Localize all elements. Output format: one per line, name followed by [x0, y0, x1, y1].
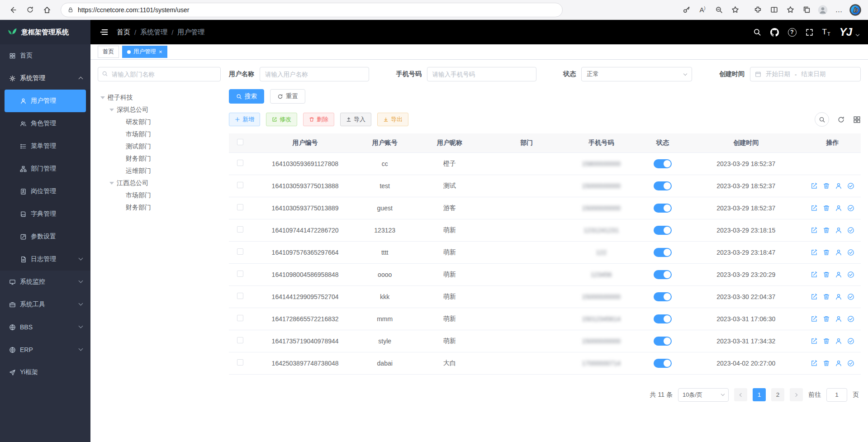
sidebar-item-home[interactable]: 首页 — [0, 44, 90, 67]
browser-back-button[interactable] — [5, 3, 20, 17]
reset-password-icon[interactable] — [835, 293, 842, 300]
tree-node[interactable]: 市场部门 — [98, 189, 221, 201]
sidebar-item-role-mgmt[interactable]: 角色管理 — [0, 112, 90, 135]
sidebar-item-log-mgmt[interactable]: 日志管理 — [0, 248, 90, 271]
row-checkbox[interactable] — [237, 293, 243, 299]
status-toggle[interactable] — [654, 314, 672, 323]
tree-node[interactable]: 研发部门 — [98, 116, 221, 128]
import-button[interactable]: 导入 — [340, 113, 371, 126]
browser-menu-icon[interactable]: … — [832, 3, 846, 17]
row-checkbox[interactable] — [237, 160, 243, 166]
sidebar-item-user-mgmt[interactable]: 用户管理 — [5, 90, 86, 112]
delete-row-icon[interactable] — [823, 227, 830, 234]
help-icon[interactable]: ? — [788, 28, 797, 37]
tree-expand-icon[interactable] — [100, 96, 105, 99]
add-button[interactable]: 新增 — [229, 113, 260, 126]
delete-row-icon[interactable] — [823, 337, 830, 345]
row-checkbox[interactable] — [237, 315, 243, 321]
assign-role-icon[interactable] — [847, 315, 854, 323]
sidebar-item-system-monitor[interactable]: 系统监控 — [0, 271, 90, 293]
delete-row-icon[interactable] — [823, 249, 830, 256]
sidebar-item-menu-mgmt[interactable]: 菜单管理 — [0, 135, 90, 157]
breadcrumb-home[interactable]: 首页 — [117, 28, 130, 37]
font-size-icon[interactable]: TT — [822, 28, 830, 37]
password-key-icon[interactable] — [679, 3, 693, 17]
tree-node[interactable]: 市场部门 — [98, 128, 221, 140]
search-button[interactable]: 搜索 — [229, 89, 264, 104]
split-screen-icon[interactable] — [767, 3, 781, 17]
next-page-button[interactable] — [790, 388, 803, 401]
sidebar-item-dept-mgmt[interactable]: 部门管理 — [0, 157, 90, 180]
collapse-sidebar-icon[interactable] — [100, 28, 109, 37]
edit-row-icon[interactable] — [811, 337, 818, 345]
phone-input[interactable] — [427, 67, 536, 81]
search-icon[interactable] — [753, 28, 761, 36]
sidebar-item-dict-mgmt[interactable]: 字典管理 — [0, 203, 90, 225]
assign-role-icon[interactable] — [847, 360, 854, 367]
assign-role-icon[interactable] — [847, 182, 854, 190]
browser-profile-avatar[interactable] — [816, 3, 830, 17]
reset-password-icon[interactable] — [835, 227, 842, 234]
browser-home-button[interactable] — [40, 3, 54, 17]
close-tab-icon[interactable]: × — [159, 48, 162, 55]
edit-row-icon[interactable] — [811, 249, 818, 256]
tree-expand-icon[interactable] — [109, 182, 114, 185]
username-input[interactable] — [260, 67, 369, 81]
edit-row-icon[interactable] — [811, 182, 818, 190]
zoom-out-icon[interactable] — [711, 3, 726, 17]
status-toggle[interactable] — [654, 337, 672, 346]
reset-password-icon[interactable] — [835, 249, 842, 256]
row-checkbox[interactable] — [237, 359, 243, 366]
edit-row-icon[interactable] — [811, 204, 818, 212]
sidebar-item-system-tools[interactable]: 系统工具 — [0, 293, 90, 316]
status-toggle[interactable] — [654, 181, 672, 190]
column-settings-icon[interactable] — [853, 116, 861, 124]
address-bar[interactable]: https://ccnetcore.com:1101/system/user — [61, 3, 563, 17]
row-checkbox[interactable] — [237, 226, 243, 233]
edit-row-icon[interactable] — [811, 293, 818, 300]
fullscreen-icon[interactable] — [806, 29, 813, 36]
status-toggle[interactable] — [654, 204, 672, 213]
sidebar-item-system-mgmt[interactable]: 系统管理 — [0, 67, 90, 90]
delete-row-icon[interactable] — [823, 315, 830, 323]
tree-node[interactable]: 财务部门 — [98, 201, 221, 214]
reset-password-icon[interactable] — [835, 315, 842, 323]
sidebar-item-yi-framework[interactable]: Yi框架 — [0, 361, 90, 384]
read-aloud-icon[interactable]: A) — [695, 3, 710, 17]
page-size-select[interactable]: 10条/页 — [678, 388, 729, 402]
tree-node[interactable]: 橙子科技 — [98, 91, 221, 104]
tree-node[interactable]: 江西总公司 — [98, 177, 221, 189]
date-range-picker[interactable]: 开始日期 - 结束日期 — [750, 67, 861, 81]
breadcrumb-system-mgmt[interactable]: 系统管理 — [140, 28, 167, 37]
sidebar-item-post-mgmt[interactable]: 岗位管理 — [0, 180, 90, 203]
tab-home[interactable]: 首页 — [98, 46, 119, 58]
assign-role-icon[interactable] — [847, 249, 854, 256]
delete-row-icon[interactable] — [823, 204, 830, 212]
goto-page-input[interactable] — [826, 388, 847, 402]
reset-password-icon[interactable] — [835, 360, 842, 367]
row-checkbox[interactable] — [237, 182, 243, 188]
sidebar-item-erp[interactable]: ERP — [0, 338, 90, 361]
row-checkbox[interactable] — [237, 271, 243, 277]
tab-user-mgmt[interactable]: 用户管理 × — [122, 46, 167, 58]
row-checkbox[interactable] — [237, 248, 243, 255]
modify-button[interactable]: 修改 — [266, 113, 297, 126]
reset-password-icon[interactable] — [835, 271, 842, 278]
reset-password-icon[interactable] — [835, 182, 842, 190]
edit-row-icon[interactable] — [811, 315, 818, 323]
dept-search-input[interactable] — [98, 67, 221, 81]
sidebar-item-bbs[interactable]: BBS — [0, 316, 90, 338]
copilot-bing-icon[interactable]: b — [848, 3, 863, 17]
select-all-checkbox[interactable] — [237, 139, 243, 145]
reset-button[interactable]: 重置 — [270, 89, 305, 104]
favorites-add-icon[interactable] — [728, 3, 742, 17]
reset-password-icon[interactable] — [835, 337, 842, 345]
page-2-button[interactable]: 2 — [771, 388, 784, 401]
favorites-bar-icon[interactable] — [783, 3, 797, 17]
sidebar-item-param-settings[interactable]: 参数设置 — [0, 225, 90, 248]
edit-row-icon[interactable] — [811, 271, 818, 278]
row-checkbox[interactable] — [237, 337, 243, 343]
assign-role-icon[interactable] — [847, 337, 854, 345]
export-button[interactable]: 导出 — [377, 113, 408, 126]
tree-node[interactable]: 测试部门 — [98, 140, 221, 152]
